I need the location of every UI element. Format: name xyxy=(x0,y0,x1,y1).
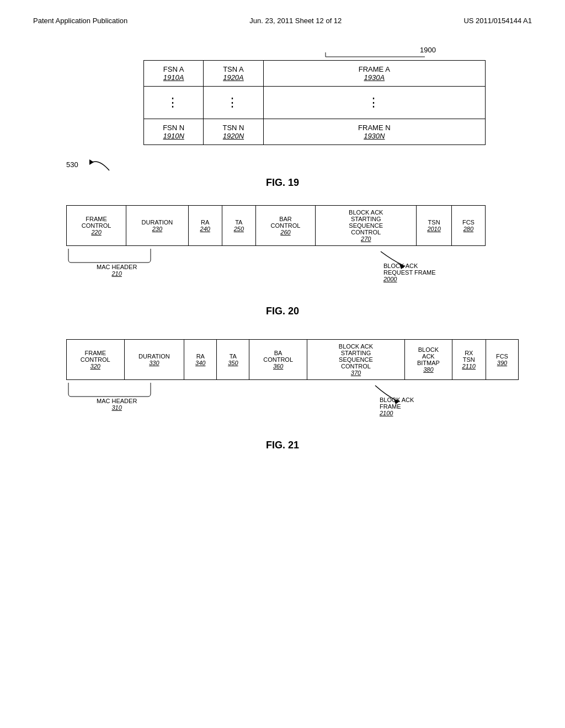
table-row-dots: ⋮ ⋮ ⋮ xyxy=(144,87,486,119)
table-row-n: FSN N 1910N TSN N 1920N FRAME N 1930N xyxy=(144,119,486,145)
fig20-mac-header-label: MAC HEADER 210 xyxy=(97,264,137,277)
fig21-mac-header-label: MAC HEADER 310 xyxy=(97,398,137,411)
fig21-cell-duration: DURATION 330 xyxy=(124,340,184,380)
fig19-bracket-svg xyxy=(320,47,430,59)
fig21-cell-frame-control: FRAME CONTROL 320 xyxy=(67,340,125,380)
fig21-cell-ta: TA 350 xyxy=(217,340,249,380)
fig20-table: FRAME CONTROL 220 DURATION 230 RA 240 TA xyxy=(66,205,486,246)
fig20-cell-bar-control: BAR CONTROL 260 xyxy=(255,206,315,246)
header-middle: Jun. 23, 2011 Sheet 12 of 12 xyxy=(249,17,342,25)
cell-tsn-n: TSN N 1920N xyxy=(204,119,263,145)
cell-fsn-n: FSN N 1910N xyxy=(144,119,204,145)
fig20-cell-fcs: FCS 280 xyxy=(451,206,485,246)
fig20-cell-frame-control: FRAME CONTROL 220 xyxy=(67,206,126,246)
svg-marker-2 xyxy=(89,159,94,165)
fig21-table: FRAME CONTROL 320 DURATION 330 RA 340 TA xyxy=(66,339,519,380)
header-left: Patent Application Publication xyxy=(33,17,127,25)
fig21-cell-ra: RA 340 xyxy=(184,340,217,380)
fig21-row: FRAME CONTROL 320 DURATION 330 RA 340 TA xyxy=(67,340,519,380)
table-row: FSN A 1910A TSN A 1920A FRAME A 1930A xyxy=(144,61,486,87)
fig20-cell-ra: RA 240 xyxy=(188,206,222,246)
header-right: US 2011/0154144 A1 xyxy=(463,17,532,25)
dots-col3: ⋮ xyxy=(263,87,485,119)
fig20-block-ack-request-label: BLOCK ACK REQUEST FRAME 2000 xyxy=(383,263,436,282)
fig20-section: FRAME CONTROL 220 DURATION 230 RA 240 TA xyxy=(33,205,532,317)
cell-frame-n: FRAME N 1930N xyxy=(263,119,485,145)
fig21-cell-block-ack-bitmap: BLOCK ACK BITMAP 380 xyxy=(405,340,452,380)
page-header: Patent Application Publication Jun. 23, … xyxy=(33,17,532,25)
fig20-cell-ta: TA 250 xyxy=(222,206,255,246)
page: Patent Application Publication Jun. 23, … xyxy=(0,0,565,728)
fig21-cell-block-ack-ssc: BLOCK ACK STARTING SEQUENCE CONTROL 370 xyxy=(307,340,404,380)
fig21-caption: FIG. 21 xyxy=(33,440,532,451)
fig20-row: FRAME CONTROL 220 DURATION 230 RA 240 TA xyxy=(67,206,486,246)
fig19-arrow-icon xyxy=(82,155,115,174)
fig20-caption: FIG. 20 xyxy=(33,306,532,317)
fig21-block-ack-frame-label: BLOCK ACK FRAME 2100 xyxy=(380,397,414,416)
fig21-cell-rx-tsn: RX TSN 2110 xyxy=(452,340,486,380)
cell-frame-a: FRAME A 1930A xyxy=(263,61,485,87)
fig21-cell-ba-control: BA CONTROL 360 xyxy=(249,340,307,380)
fig19-arrow-label: 530 xyxy=(66,160,78,169)
fig19-label: 1900 xyxy=(420,46,436,54)
fig21-cell-fcs: FCS 390 xyxy=(486,340,518,380)
fig20-cell-duration: DURATION 230 xyxy=(126,206,189,246)
cell-tsn-a: TSN A 1920A xyxy=(204,61,263,87)
fig19-caption: FIG. 19 xyxy=(33,177,532,189)
fig20-cell-block-ack-ssc: BLOCK ACK STARTING SEQUENCE CONTROL 270 xyxy=(316,206,417,246)
cell-fsn-a: FSN A 1910A xyxy=(144,61,204,87)
dots-col2: ⋮ xyxy=(204,87,263,119)
fig19-section: 1900 FSN A 1910A TSN A 1920A xyxy=(33,47,532,189)
fig19-table: FSN A 1910A TSN A 1920A FRAME A 1930A xyxy=(143,60,486,145)
dots-col1: ⋮ xyxy=(144,87,204,119)
fig21-section: FRAME CONTROL 320 DURATION 330 RA 340 TA xyxy=(33,339,532,451)
fig20-cell-tsn: TSN 2010 xyxy=(417,206,451,246)
